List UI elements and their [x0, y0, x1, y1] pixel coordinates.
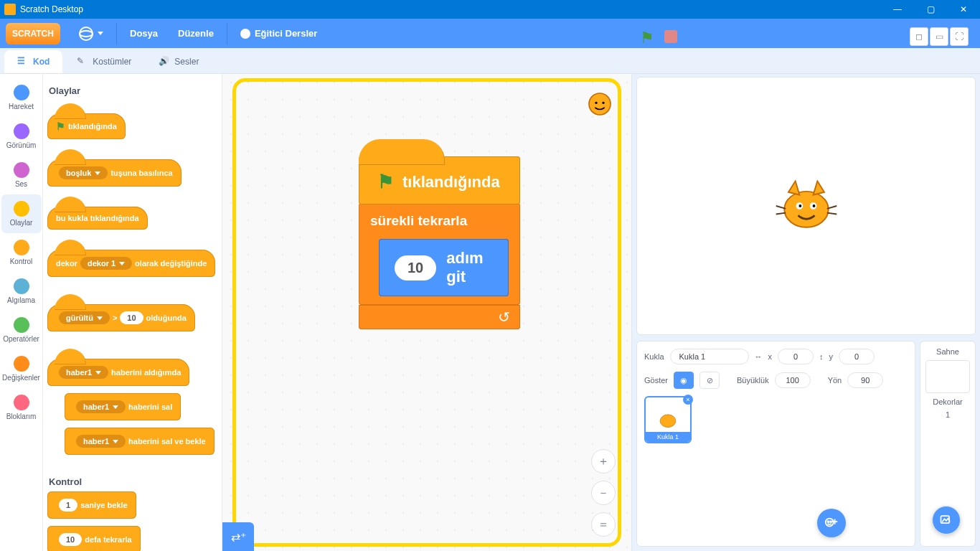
block-repeat[interactable]: 10defa tekrarla [47, 526, 141, 551]
x-input[interactable]: 0 [778, 349, 814, 364]
svg-point-16 [828, 521, 829, 522]
brush-icon: ✎ [77, 56, 88, 67]
category-label: Operatörler [3, 335, 39, 343]
add-extension-button[interactable]: ⇄⁺ [222, 522, 254, 551]
flag-icon: ⚑ [56, 121, 65, 132]
dropdown[interactable]: dekor 1 [80, 257, 132, 270]
category-olaylar[interactable]: Olaylar [1, 194, 42, 233]
category-hareket[interactable]: Hareket [1, 78, 42, 117]
category-label: Kontrol [10, 258, 33, 265]
block-label: tıklandığında [402, 173, 500, 192]
block-when-loudness[interactable]: gürültü>10olduğunda [47, 304, 195, 331]
add-backdrop-button[interactable] [932, 506, 961, 534]
tab-bar: ☰Kod ✎Kostümler 🔊Sesler ⚑ ◻ ▭ ⛶ [0, 48, 980, 74]
tab-code-label: Kod [33, 57, 50, 67]
sprite-label: Kukla [644, 352, 664, 361]
delete-sprite-button[interactable]: × [683, 395, 693, 405]
language-menu[interactable] [69, 19, 113, 48]
category-değişkenler[interactable]: Değişkenler [1, 349, 42, 388]
stop-button[interactable] [664, 30, 677, 43]
category-label: Görünüm [6, 141, 37, 149]
tab-costumes-label: Kostümler [93, 57, 131, 67]
menu-file[interactable]: Dosya [120, 19, 168, 48]
category-kontrol[interactable]: Kontrol [1, 233, 42, 272]
y-icon: ↕ [819, 352, 824, 361]
script-forever[interactable]: sürekli tekrarla 10adım git [359, 203, 520, 305]
size-input[interactable]: 100 [775, 372, 811, 388]
zoom-out-button[interactable]: － [591, 481, 616, 505]
block-wait[interactable]: 1saniye bekle [47, 491, 136, 519]
stage-fullscreen-button[interactable]: ⛶ [950, 27, 969, 46]
stage-thumbnail[interactable] [925, 360, 970, 393]
y-input[interactable]: 0 [839, 349, 875, 364]
script-hat-when-flag[interactable]: ⚑tıklandığında [359, 156, 520, 204]
block-when-sprite-clicked[interactable]: bu kukla tıklandığında [47, 207, 148, 230]
tab-code[interactable]: ☰Kod [4, 50, 62, 73]
hide-button[interactable]: ⊘ [699, 372, 720, 389]
menu-tutorials-label: Eğitici Dersler [255, 28, 317, 39]
block-broadcast-wait[interactable]: haber1haberini sal ve bekle [65, 428, 215, 455]
block-when-receive[interactable]: haber1haberini aldığımda [47, 359, 189, 386]
window-title: Scratch Desktop [20, 4, 881, 14]
dropdown[interactable]: haber1 [59, 366, 108, 379]
number-input[interactable]: 1 [59, 499, 77, 512]
minimize-button[interactable]: ― [881, 0, 914, 19]
stage[interactable] [636, 77, 976, 335]
tab-sounds[interactable]: 🔊Sesler [146, 50, 212, 73]
stage-small-button[interactable]: ◻ [910, 27, 928, 46]
zoom-in-button[interactable]: ＋ [591, 449, 616, 474]
dropdown[interactable]: boşluk [59, 166, 108, 179]
window-titlebar: Scratch Desktop ― ▢ ✕ [0, 0, 980, 19]
tab-costumes[interactable]: ✎Kostümler [64, 50, 144, 73]
loop-arrow-icon: ↻ [498, 309, 510, 326]
category-dot [14, 123, 29, 139]
category-ses[interactable]: Ses [1, 156, 42, 194]
block-label: > [113, 314, 117, 322]
number-input[interactable]: 10 [120, 311, 143, 324]
dropdown[interactable]: gürültü [59, 311, 110, 324]
scratch-cat-sprite[interactable] [772, 171, 841, 240]
category-bloklarım[interactable]: Bloklarım [1, 388, 42, 427]
script-stack[interactable]: ⚑tıklandığında sürekli tekrarla 10adım g… [359, 156, 520, 329]
block-palette[interactable]: Olaylar ⚑tıklandığında boşluktuşuna bası… [43, 74, 222, 551]
code-icon: ☰ [17, 56, 29, 67]
number-input[interactable]: 10 [395, 255, 436, 281]
scratch-logo[interactable]: SCRATCH [6, 23, 60, 44]
script-forever-foot[interactable]: ↻ [359, 305, 520, 329]
menu-tutorials[interactable]: Eğitici Dersler [230, 19, 327, 48]
size-label: Büyüklük [737, 376, 769, 385]
y-label: y [829, 352, 834, 361]
sprite-name-input[interactable]: Kukla 1 [670, 349, 749, 364]
show-button[interactable]: ◉ [674, 372, 694, 389]
menu-edit[interactable]: Düzenle [168, 19, 224, 48]
category-görünüm[interactable]: Görünüm [1, 117, 42, 156]
block-label: tuşuna basılınca [110, 169, 172, 177]
add-sprite-button[interactable] [817, 509, 846, 537]
sprite-tile[interactable]: × Kukla 1 [644, 396, 692, 443]
globe-icon [79, 27, 93, 41]
green-flag-button[interactable]: ⚑ [640, 29, 656, 44]
category-operatörler[interactable]: Operatörler [1, 311, 42, 349]
block-when-key-pressed[interactable]: boşluktuşuna basılınca [47, 159, 182, 187]
stage-large-button[interactable]: ▭ [930, 27, 948, 46]
number-input[interactable]: 10 [59, 533, 82, 546]
scripting-area[interactable]: ⚑tıklandığında sürekli tekrarla 10adım g… [222, 74, 631, 551]
category-label: Olaylar [10, 219, 33, 227]
block-when-backdrop-switches[interactable]: dekordekor 1olarak değiştiğinde [47, 250, 215, 277]
dropdown[interactable]: haber1 [76, 435, 126, 448]
dropdown[interactable]: haber1 [76, 400, 126, 413]
svg-point-7 [798, 204, 801, 207]
category-dot [14, 278, 29, 294]
svg-point-3 [784, 192, 828, 227]
script-move-steps[interactable]: 10adım git [379, 239, 509, 296]
direction-input[interactable]: 90 [847, 372, 883, 388]
zoom-reset-button[interactable]: ＝ [591, 512, 616, 537]
category-dot [14, 356, 29, 372]
block-broadcast[interactable]: haber1haberini sal [65, 393, 181, 420]
block-label: saniye bekle [80, 501, 127, 509]
sprite-thumbnail-icon [585, 90, 614, 118]
category-algılama[interactable]: Algılama [1, 272, 42, 311]
block-when-flag-clicked[interactable]: ⚑tıklandığında [47, 113, 126, 139]
maximize-button[interactable]: ▢ [914, 0, 947, 19]
close-button[interactable]: ✕ [947, 0, 980, 19]
